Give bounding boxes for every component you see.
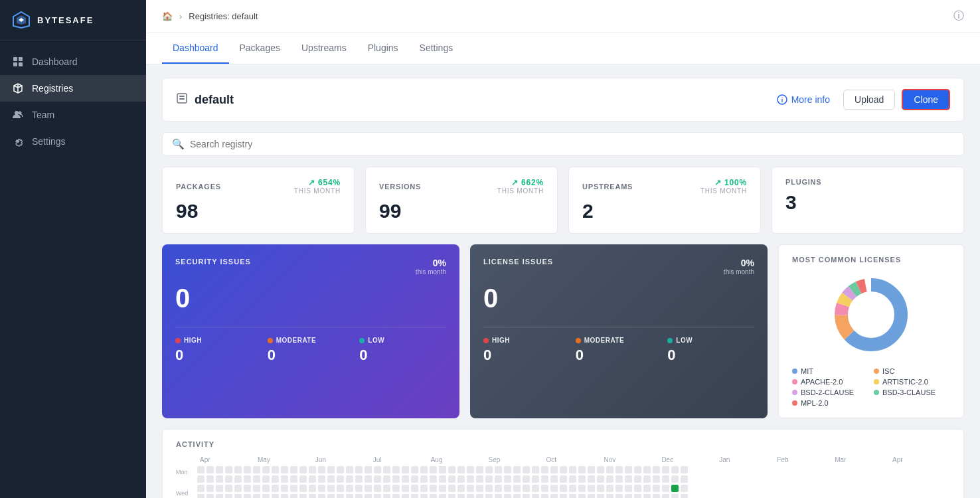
stat-label-versions: VERSIONS [379, 183, 421, 191]
activity-cell [662, 475, 669, 483]
activity-cell [337, 466, 344, 473]
activity-cell [597, 475, 604, 483]
activity-cell [430, 466, 437, 473]
gear-icon [12, 135, 24, 147]
activity-cell [569, 475, 576, 483]
activity-cell [402, 475, 409, 483]
activity-cell [281, 485, 288, 492]
activity-cell [467, 485, 474, 492]
activity-cell [346, 485, 353, 492]
activity-cell [504, 475, 511, 483]
activity-cell [392, 466, 400, 473]
activity-cell [541, 475, 548, 483]
activity-cell [309, 494, 316, 498]
activity-cell [411, 485, 418, 492]
activity-cell [625, 466, 632, 473]
licenses-card: MOST COMMON LICENSES [778, 244, 964, 418]
activity-cell [457, 494, 465, 498]
activity-cell [457, 485, 465, 492]
activity-cell [634, 494, 641, 498]
search-input[interactable] [190, 139, 954, 149]
sidebar-item-dashboard[interactable]: Dashboard [0, 48, 146, 75]
mit-dot [792, 369, 797, 374]
svg-text:i: i [781, 97, 783, 104]
stat-packages: PACKAGES ↗ 654% this month 98 [162, 167, 355, 234]
sidebar-item-settings[interactable]: Settings [0, 128, 146, 155]
isc-dot [874, 369, 879, 374]
activity-cell [485, 475, 493, 483]
bsd3-label: BSD-3-CLAUSE [882, 388, 936, 396]
activity-cell [402, 494, 409, 498]
l-high-dot [483, 338, 489, 343]
activity-cell [244, 475, 251, 483]
svg-rect-4 [19, 57, 23, 61]
tab-packages[interactable]: Packages [229, 33, 291, 64]
activity-cell [281, 466, 288, 473]
activity-cell [681, 475, 688, 483]
upload-button[interactable]: Upload [843, 90, 895, 110]
svg-rect-10 [179, 96, 185, 97]
security-issues-pct: 0% [416, 258, 446, 268]
activity-cell [448, 475, 455, 483]
license-issues-title: LICENSE ISSUES [483, 258, 553, 266]
svg-rect-3 [13, 57, 17, 61]
activity-cell [541, 494, 548, 498]
activity-cell [504, 494, 511, 498]
upstreams-pct-label: this month [700, 187, 747, 195]
activity-cell [671, 494, 679, 498]
activity-cell [681, 466, 688, 473]
activity-cell [550, 466, 558, 473]
activity-cell [420, 475, 428, 483]
license-total: 0 [483, 284, 754, 313]
license-low: LOW 0 [667, 337, 754, 364]
activity-cell [560, 485, 567, 492]
activity-cell [365, 475, 372, 483]
help-icon[interactable]: ⓘ [953, 10, 964, 21]
apache-dot [792, 379, 797, 384]
breadcrumb-home[interactable]: 🏠 [162, 11, 173, 21]
activity-cell [485, 466, 493, 473]
activity-cell [318, 466, 325, 473]
security-low-val: 0 [359, 347, 446, 364]
activity-cell [411, 494, 418, 498]
sidebar-item-team[interactable]: Team [0, 102, 146, 128]
tab-plugins[interactable]: Plugins [357, 33, 409, 64]
license-high-val: 0 [483, 347, 570, 364]
search-bar: 🔍 [162, 132, 964, 156]
security-issues-card: SECURITY ISSUES 0% this month 0 HIGH 0 [162, 244, 459, 418]
activity-cell [355, 466, 363, 473]
apache-label: APACHE-2.0 [801, 378, 843, 386]
upstreams-pct: ↗ 100% [714, 178, 747, 187]
security-pct-label: this month [416, 268, 446, 276]
clone-button[interactable]: Clone [902, 89, 950, 110]
activity-cell [476, 494, 483, 498]
activity-cell [560, 475, 567, 483]
activity-cell [392, 494, 400, 498]
topbar: 🏠 › Registries: default ⓘ [146, 0, 980, 33]
activity-cell [532, 485, 539, 492]
activity-cell [272, 466, 279, 473]
activity-cell [588, 494, 595, 498]
tab-settings[interactable]: Settings [409, 33, 464, 64]
activity-cell [299, 466, 307, 473]
header-actions: i More info Upload Clone [770, 89, 950, 110]
sidebar-item-registries[interactable]: Registries [0, 75, 146, 102]
content-area: default i More info Upload Clone 🔍 PACKA… [146, 64, 980, 498]
activity-cell [290, 475, 297, 483]
activity-cell [318, 475, 325, 483]
activity-cell [485, 494, 493, 498]
activity-cell [206, 485, 214, 492]
activity-cell [495, 475, 502, 483]
activity-cell [262, 485, 270, 492]
nav: Dashboard Registries Team [0, 41, 146, 498]
activity-cell [457, 466, 465, 473]
activity-cell [606, 475, 613, 483]
activity-cell [643, 494, 651, 498]
tab-dashboard[interactable]: Dashboard [162, 33, 229, 64]
more-info-button[interactable]: i More info [770, 90, 837, 109]
tab-upstreams[interactable]: Upstreams [291, 33, 357, 64]
activity-cell [244, 466, 251, 473]
security-moderate-val: 0 [268, 347, 355, 364]
activity-cell [569, 466, 576, 473]
registry-name: default [195, 93, 234, 107]
